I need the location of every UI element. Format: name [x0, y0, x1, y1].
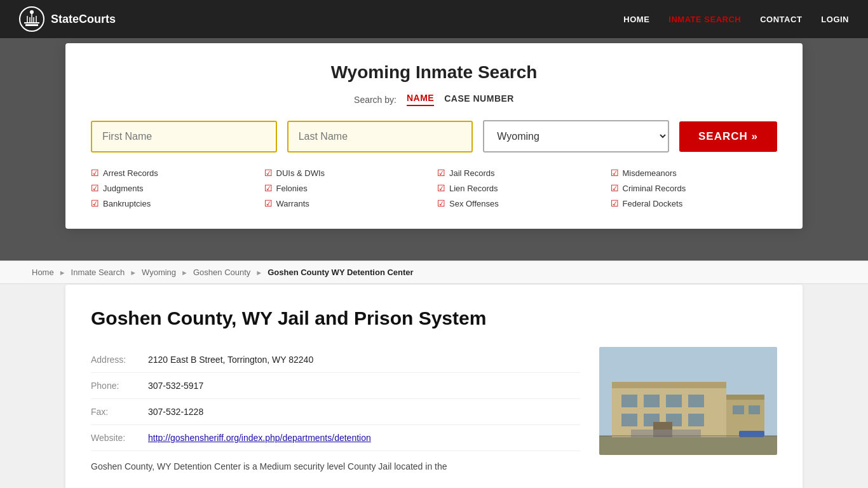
fax-row: Fax: 307-532-1228	[91, 399, 580, 425]
nav-home[interactable]: HOME	[623, 15, 649, 24]
info-section: Address: 2120 East B Street, Torrington,…	[91, 347, 580, 471]
check-icon: ☑	[437, 168, 445, 178]
main-nav: HOME INMATE SEARCH CONTACT LOGIN	[623, 15, 849, 24]
check-icon: ☑	[91, 183, 99, 193]
website-row: Website: http://goshensheriff.org/index.…	[91, 425, 580, 451]
svg-rect-20	[688, 414, 704, 426]
first-name-input[interactable]	[91, 121, 277, 152]
tab-name[interactable]: NAME	[407, 93, 434, 106]
check-icon: ☑	[264, 168, 273, 178]
svg-rect-10	[599, 436, 777, 455]
check-icon: ☑	[611, 183, 619, 193]
svg-rect-2	[24, 22, 39, 24]
state-select[interactable]: Wyoming Alabama Alaska Arizona	[483, 120, 669, 152]
phone-label: Phone:	[91, 373, 148, 399]
breadcrumb-sep-3: ►	[181, 269, 188, 276]
fax-label: Fax:	[91, 399, 148, 425]
breadcrumb-sep-2: ►	[130, 269, 137, 276]
svg-rect-25	[749, 405, 760, 414]
check-icon: ☑	[437, 198, 445, 208]
address-label: Address:	[91, 347, 148, 373]
breadcrumb-goshen-county[interactable]: Goshen County	[193, 268, 250, 277]
website-link[interactable]: http://goshensheriff.org/index.php/depar…	[148, 433, 371, 443]
check-jail-records: ☑ Jail Records	[437, 166, 604, 179]
check-judgments: ☑ Judgments	[91, 182, 258, 194]
check-label: Bankruptcies	[103, 199, 151, 208]
check-label: Judgments	[103, 184, 144, 193]
svg-rect-14	[644, 395, 660, 407]
facility-description: Goshen County, WY Detention Center is a …	[91, 461, 580, 471]
check-icon: ☑	[611, 198, 619, 208]
fax-value: 307-532-1228	[148, 399, 580, 425]
nav-login[interactable]: LOGIN	[821, 15, 849, 24]
check-federal-dockets: ☑ Federal Dockets	[611, 197, 778, 210]
search-inputs-row: Wyoming Alabama Alaska Arizona SEARCH »	[91, 120, 777, 152]
check-arrest-records: ☑ Arrest Records	[91, 166, 258, 179]
content-body: Address: 2120 East B Street, Torrington,…	[91, 347, 777, 471]
nav-contact[interactable]: CONTACT	[760, 15, 802, 24]
nav-inmate-search[interactable]: INMATE SEARCH	[668, 15, 741, 24]
info-table: Address: 2120 East B Street, Torrington,…	[91, 347, 580, 451]
svg-rect-16	[688, 395, 704, 407]
check-duis-dwis: ☑ DUIs & DWIs	[264, 166, 431, 179]
breadcrumb-sep-1: ►	[59, 269, 66, 276]
check-label: Lien Records	[449, 184, 498, 193]
svg-rect-13	[621, 395, 637, 407]
site-header: StateCourts HOME INMATE SEARCH CONTACT L…	[0, 0, 868, 38]
check-label: Arrest Records	[103, 168, 158, 178]
breadcrumb-wyoming[interactable]: Wyoming	[142, 268, 176, 277]
logo-text: StateCourts	[51, 13, 116, 26]
facility-title: Goshen County, WY Jail and Prison System	[91, 308, 777, 329]
svg-rect-23	[726, 395, 764, 400]
search-button[interactable]: SEARCH »	[679, 121, 777, 152]
check-label: Jail Records	[449, 168, 495, 178]
check-criminal-records: ☑ Criminal Records	[611, 182, 778, 194]
breadcrumb-current: Goshen County WY Detention Center	[268, 268, 413, 277]
check-label: DUIs & DWIs	[276, 168, 325, 178]
check-icon: ☑	[91, 198, 99, 208]
check-label: Warrants	[276, 199, 309, 208]
check-lien-records: ☑ Lien Records	[437, 182, 604, 194]
tab-case-number[interactable]: CASE NUMBER	[444, 93, 514, 105]
check-label: Misdemeanors	[623, 168, 677, 178]
check-label: Federal Dockets	[623, 199, 683, 208]
check-label: Criminal Records	[623, 184, 686, 193]
breadcrumb: Home ► Inmate Search ► Wyoming ► Goshen …	[0, 261, 868, 284]
svg-rect-12	[612, 382, 726, 388]
svg-rect-15	[666, 395, 682, 407]
check-sex-offenses: ☑ Sex Offenses	[437, 197, 604, 210]
check-bankruptcies: ☑ Bankruptcies	[91, 197, 258, 210]
check-label: Sex Offenses	[449, 199, 499, 208]
search-title: Wyoming Inmate Search	[91, 62, 777, 83]
check-label: Felonies	[276, 184, 308, 193]
breadcrumb-inmate-search[interactable]: Inmate Search	[71, 268, 125, 277]
check-icon: ☑	[611, 168, 619, 178]
check-icon: ☑	[264, 183, 273, 193]
features-grid: ☑ Arrest Records ☑ DUIs & DWIs ☑ Jail Re…	[91, 166, 777, 210]
breadcrumb-home[interactable]: Home	[32, 268, 54, 277]
check-felonies: ☑ Felonies	[264, 182, 431, 194]
address-row: Address: 2120 East B Street, Torrington,…	[91, 347, 580, 373]
facility-image	[599, 347, 777, 455]
last-name-input[interactable]	[287, 121, 473, 152]
search-by-row: Search by: NAME CASE NUMBER	[91, 93, 777, 106]
check-icon: ☑	[91, 168, 99, 178]
check-misdemeanors: ☑ Misdemeanors	[611, 166, 778, 179]
svg-rect-17	[621, 414, 637, 426]
phone-row: Phone: 307-532-5917	[91, 373, 580, 399]
main-content: Goshen County, WY Jail and Prison System…	[65, 285, 803, 488]
svg-rect-1	[25, 24, 38, 26]
check-warrants: ☑ Warrants	[264, 197, 431, 210]
breadcrumb-sep-4: ►	[255, 269, 262, 276]
svg-rect-24	[733, 405, 744, 414]
svg-point-8	[30, 10, 34, 14]
logo-area[interactable]: StateCourts	[19, 6, 116, 32]
building-illustration	[599, 347, 777, 455]
logo-icon	[19, 6, 44, 32]
address-value: 2120 East B Street, Torrington, WY 82240	[148, 347, 580, 373]
phone-value: 307-532-5917	[148, 373, 580, 399]
search-card: Wyoming Inmate Search Search by: NAME CA…	[65, 43, 803, 229]
search-by-label: Search by:	[354, 95, 397, 105]
check-icon: ☑	[264, 198, 273, 208]
check-icon: ☑	[437, 183, 445, 193]
